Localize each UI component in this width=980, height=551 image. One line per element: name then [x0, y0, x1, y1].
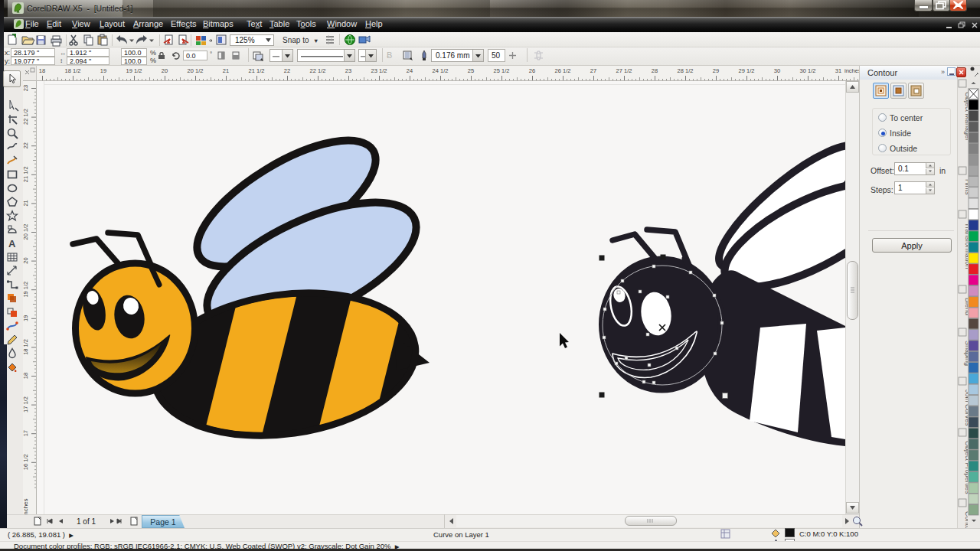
svg-text:26 1/2: 26 1/2: [555, 67, 571, 74]
svg-text:20 1/2: 20 1/2: [188, 67, 204, 74]
svg-text:21: 21: [223, 67, 229, 74]
svg-text:21 1/2: 21 1/2: [249, 67, 265, 74]
svg-text:27 1/2: 27 1/2: [616, 67, 632, 74]
svg-text:A: A: [8, 238, 16, 249]
svg-text:27: 27: [590, 67, 596, 74]
svg-text:31: 31: [835, 67, 841, 74]
svg-text:20: 20: [162, 67, 168, 74]
svg-text:inches: inches: [23, 498, 29, 514]
svg-text:18: 18: [39, 67, 45, 74]
svg-text:25: 25: [468, 67, 474, 74]
svg-text:30: 30: [774, 67, 780, 74]
svg-text:19: 19: [23, 315, 29, 321]
svg-text:inches: inches: [844, 67, 859, 74]
svg-text:17 1/2: 17 1/2: [23, 396, 29, 412]
svg-text:23: 23: [23, 85, 29, 91]
svg-text:26: 26: [529, 67, 535, 74]
svg-text:22 1/2: 22 1/2: [23, 109, 29, 125]
svg-text:1 of 1: 1 of 1: [77, 517, 96, 526]
svg-text:28: 28: [652, 67, 658, 74]
svg-text:19 1/2: 19 1/2: [23, 282, 29, 298]
svg-text:20: 20: [23, 257, 29, 263]
svg-text:19: 19: [100, 67, 106, 74]
svg-text:18 1/2: 18 1/2: [23, 339, 29, 355]
svg-text:30 1/2: 30 1/2: [800, 67, 816, 74]
svg-text:20 1/2: 20 1/2: [23, 224, 29, 240]
svg-text:19 1/2: 19 1/2: [126, 67, 142, 74]
svg-text:22: 22: [284, 67, 290, 74]
svg-text:23 1/2: 23 1/2: [371, 67, 387, 74]
svg-text:25 1/2: 25 1/2: [494, 67, 510, 74]
svg-text:22 1/2: 22 1/2: [310, 67, 326, 74]
svg-text:18: 18: [23, 373, 29, 379]
svg-text:23: 23: [345, 67, 351, 74]
svg-text:21 1/2: 21 1/2: [23, 166, 29, 182]
svg-text:24 1/2: 24 1/2: [433, 67, 449, 74]
svg-text:28 1/2: 28 1/2: [678, 67, 694, 74]
svg-text:17: 17: [23, 430, 29, 436]
svg-text:24: 24: [407, 67, 413, 74]
svg-text:18 1/2: 18 1/2: [65, 67, 81, 74]
svg-text:22: 22: [23, 142, 29, 148]
svg-text:29 1/2: 29 1/2: [739, 67, 755, 74]
svg-text:29: 29: [713, 67, 719, 74]
svg-text:21: 21: [23, 200, 29, 206]
svg-text:16 1/2: 16 1/2: [23, 454, 29, 470]
